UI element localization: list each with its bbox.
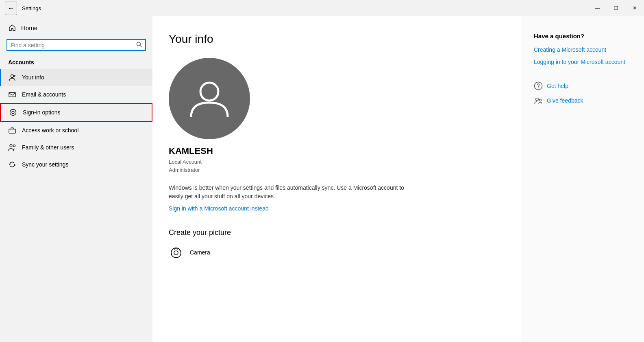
email-accounts-label: Email & accounts [22, 91, 66, 98]
briefcase-icon [8, 126, 16, 134]
get-help-action: Get help [534, 81, 633, 90]
svg-point-15 [535, 82, 542, 90]
family-icon [8, 143, 16, 151]
app-body: Home Accounts Your info [0, 16, 644, 342]
user-role-line1: Local Account [169, 158, 498, 166]
search-icon [136, 42, 142, 48]
get-help-icon [534, 81, 543, 90]
get-help-link[interactable]: Get help [547, 83, 568, 89]
svg-point-6 [10, 110, 16, 116]
sync-description: Windows is better when your settings and… [169, 184, 413, 201]
sidebar-item-sign-in-options[interactable]: Sign-in options [0, 103, 152, 122]
restore-button[interactable]: ❐ [607, 2, 625, 15]
camera-label: Camera [190, 249, 210, 256]
give-feedback-action: Give feedback [534, 96, 633, 105]
have-question-heading: Have a question? [534, 33, 633, 39]
svg-point-7 [12, 111, 14, 114]
right-panel: Have a question? Creating a Microsoft ac… [522, 16, 644, 342]
svg-point-17 [536, 98, 539, 101]
svg-point-10 [13, 145, 15, 147]
creating-ms-account-link[interactable]: Creating a Microsoft account [534, 46, 633, 54]
minimize-button[interactable]: — [588, 2, 607, 15]
your-info-label: Your info [22, 74, 44, 81]
user-name: KAMLESH [169, 146, 498, 156]
svg-point-11 [200, 83, 218, 101]
sidebar-item-family-users[interactable]: Family & other users [0, 139, 152, 156]
page-title: Your info [169, 33, 498, 46]
divider [534, 70, 633, 81]
sign-in-label: Sign-in options [23, 109, 61, 116]
home-icon [8, 24, 16, 32]
svg-point-16 [538, 88, 539, 88]
back-button[interactable]: ← [5, 2, 17, 15]
give-feedback-link[interactable]: Give feedback [547, 97, 583, 104]
svg-point-2 [11, 75, 14, 78]
svg-line-1 [140, 46, 142, 47]
sync-settings-label: Sync your settings [22, 161, 68, 168]
main-content: Your info KAMLESH Local Account Administ… [152, 16, 522, 342]
sidebar-item-your-info[interactable]: Your info [0, 69, 152, 86]
titlebar-title: Settings [22, 5, 41, 11]
camera-icon [169, 245, 183, 260]
sync-icon [8, 160, 16, 169]
sidebar-item-email-accounts[interactable]: Email & accounts [0, 86, 152, 103]
titlebar-controls: — ❐ ✕ [588, 2, 644, 15]
logging-in-ms-account-link[interactable]: Logging in to your Microsoft account [534, 58, 633, 66]
home-label: Home [21, 24, 37, 31]
svg-point-14 [179, 250, 180, 250]
sidebar-item-access-work[interactable]: Access work or school [0, 122, 152, 139]
avatar-person-icon [187, 76, 232, 121]
close-button[interactable]: ✕ [625, 2, 644, 15]
sidebar: Home Accounts Your info [0, 16, 152, 342]
avatar-section: KAMLESH Local Account Administrator [169, 58, 498, 174]
sidebar-item-home[interactable]: Home [0, 20, 152, 36]
sign-in-icon [9, 108, 17, 116]
svg-point-12 [171, 248, 181, 258]
svg-point-13 [174, 251, 178, 255]
titlebar: ← Settings — ❐ ✕ [0, 0, 644, 16]
camera-item: Camera [169, 245, 498, 260]
your-info-icon [8, 73, 16, 81]
family-users-label: Family & other users [22, 144, 74, 151]
give-feedback-icon [534, 96, 543, 105]
svg-point-18 [540, 99, 542, 101]
svg-rect-8 [9, 129, 15, 133]
email-icon [8, 90, 16, 99]
search-box [7, 39, 146, 51]
svg-rect-5 [9, 92, 15, 97]
search-input[interactable] [11, 42, 136, 48]
titlebar-left: ← Settings [5, 2, 41, 15]
svg-point-9 [10, 145, 12, 147]
access-work-label: Access work or school [22, 127, 78, 134]
svg-point-0 [137, 42, 141, 46]
create-picture-title: Create your picture [169, 228, 498, 237]
ms-account-link[interactable]: Sign in with a Microsoft account instead [169, 205, 269, 212]
avatar [169, 58, 250, 139]
accounts-section-title: Accounts [0, 57, 152, 69]
user-role-line2: Administrator [169, 166, 498, 174]
sidebar-item-sync-settings[interactable]: Sync your settings [0, 156, 152, 173]
